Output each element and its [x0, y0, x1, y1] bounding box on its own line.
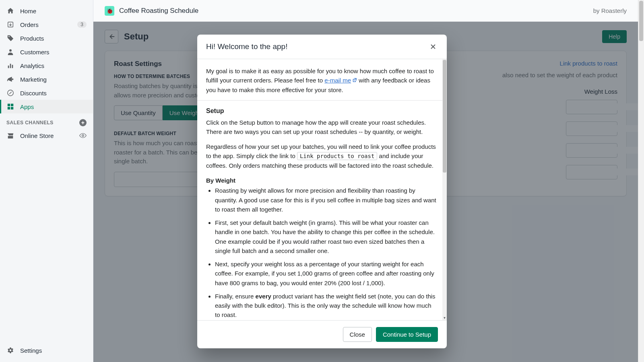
list-item: Next, specify your weight loss as a perc…	[215, 259, 438, 288]
section-label: SALES CHANNELS	[6, 120, 54, 125]
app-bar: 🐞 Coffee Roasting Schedule by Roasterly	[93, 0, 638, 22]
nav-label: Analytics	[20, 62, 44, 69]
modal-title: Hi! Welcome to the app!	[206, 42, 287, 51]
orders-badge: 3	[77, 21, 87, 28]
gear-icon	[6, 347, 14, 354]
list-item: First, set your default batch weight (in…	[215, 218, 438, 255]
nav-label: Home	[20, 8, 36, 14]
analytics-icon	[6, 62, 14, 69]
nav-label: Online Store	[20, 132, 54, 139]
modal-scrollbar[interactable]: ▼	[442, 59, 447, 320]
svg-point-5	[12, 78, 13, 80]
nav-label: Discounts	[20, 90, 47, 97]
by-weight-heading: By Weight	[206, 176, 438, 185]
page-scrollbar[interactable]	[638, 0, 644, 362]
store-icon	[6, 132, 14, 139]
svg-rect-4	[12, 65, 13, 68]
nav-customers[interactable]: Customers	[0, 45, 93, 59]
scroll-thumb[interactable]	[639, 1, 643, 41]
setup-p1: Click on the Setup button to manage how …	[206, 118, 438, 137]
sales-channels-header: SALES CHANNELS +	[0, 113, 93, 129]
megaphone-icon	[6, 76, 14, 83]
nav-apps[interactable]: Apps	[0, 100, 93, 113]
svg-point-1	[9, 49, 12, 52]
svg-rect-7	[8, 104, 10, 106]
continue-button[interactable]: Continue to Setup	[376, 327, 438, 342]
home-icon	[6, 7, 14, 14]
nav-analytics[interactable]: Analytics	[0, 59, 93, 72]
nav-label: Settings	[20, 347, 42, 354]
app-title: Coffee Roasting Schedule	[119, 7, 198, 15]
add-channel-button[interactable]: +	[79, 119, 87, 126]
svg-rect-3	[10, 64, 11, 68]
app-logo: 🐞	[105, 6, 114, 16]
svg-rect-9	[8, 107, 10, 109]
nav-online-store[interactable]: Online Store	[0, 129, 93, 142]
welcome-modal: Hi! Welcome to the app! My goal is to ma…	[197, 35, 447, 348]
close-button[interactable]: Close	[343, 327, 372, 342]
svg-rect-10	[11, 107, 13, 109]
nav-orders[interactable]: Orders 3	[0, 18, 93, 31]
by-weight-list: Roasting by weight allows for more preci…	[206, 186, 438, 319]
scroll-thumb[interactable]	[443, 60, 446, 173]
apps-icon	[6, 103, 14, 110]
setup-heading: Setup	[206, 106, 438, 116]
setup-p2: Regardless of how your set up your batch…	[206, 142, 438, 170]
list-item: Roasting by weight allows for more preci…	[215, 186, 438, 214]
nav-label: Marketing	[20, 76, 47, 83]
nav-label: Customers	[20, 49, 50, 56]
email-link[interactable]: e-mail me	[324, 77, 357, 84]
svg-point-11	[82, 135, 84, 137]
modal-intro: My goal is to make it as easy as possibl…	[206, 66, 438, 95]
sidebar: Home Orders 3 Products Customers Analyti…	[0, 0, 93, 362]
nav-discounts[interactable]: Discounts	[0, 86, 93, 100]
svg-rect-8	[11, 104, 13, 106]
nav-label: Apps	[20, 103, 34, 110]
link-products-code: Link products to roast	[297, 152, 377, 160]
nav-label: Products	[20, 35, 44, 42]
external-link-icon	[352, 78, 357, 82]
orders-icon	[6, 21, 14, 28]
view-store-icon[interactable]	[79, 132, 87, 139]
modal-body: My goal is to make it as easy as possibl…	[197, 59, 447, 320]
nav-label: Orders	[20, 21, 39, 28]
nav-home[interactable]: Home	[0, 4, 93, 18]
person-icon	[6, 48, 14, 56]
list-item: Finally, ensure every product variant ha…	[215, 292, 438, 320]
app-vendor: by Roasterly	[593, 7, 627, 14]
tag-icon	[6, 35, 14, 42]
svg-rect-2	[8, 66, 9, 68]
nav-marketing[interactable]: Marketing	[0, 72, 93, 86]
nav-settings[interactable]: Settings	[0, 343, 93, 357]
close-icon[interactable]	[428, 42, 438, 51]
discount-icon	[6, 89, 14, 97]
scroll-down-icon[interactable]: ▼	[442, 315, 447, 320]
nav-products[interactable]: Products	[0, 31, 93, 45]
